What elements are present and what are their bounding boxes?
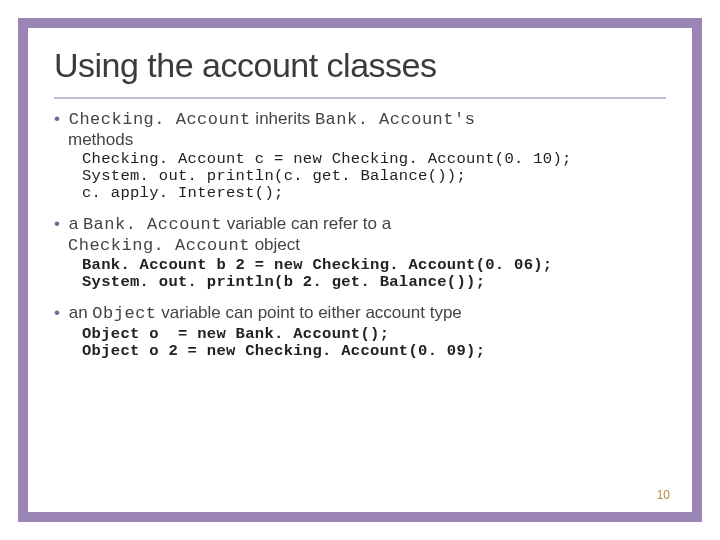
title-underline [54,97,666,99]
bullet-3: • an Object variable can point to either… [54,303,666,324]
code-block-2: Bank. Account b 2 = new Checking. Accoun… [82,257,666,291]
bullet-1: • Checking. Account inherits Bank. Accou… [54,109,666,149]
slide-title: Using the account classes [54,46,666,85]
page-number: 10 [657,488,670,502]
bullet-1-mono-a: Checking. Account [69,110,251,129]
code-block-3: Object o = new Bank. Account(); Object o… [82,326,666,360]
bullet-1-mono-b: Bank. Account's [315,110,476,129]
bullet-3-tail: variable can point to either account typ… [157,303,462,322]
bullet-1-text: inherits [251,109,315,128]
bullet-2-mono-a: Bank. Account [83,215,222,234]
bullet-dot: • [54,303,64,322]
bullet-2: • a Bank. Account variable can refer to … [54,214,666,255]
bullet-dot: • [54,109,64,128]
slide-frame: Using the account classes • Checking. Ac… [18,18,702,522]
bullet-2-pre: a [69,214,83,233]
bullet-2-mid: variable can refer to a [222,214,391,233]
bullet-2-mono-b: Checking. Account [68,236,250,255]
bullet-3-mono: Object [92,304,156,323]
bullet-2-tail: object [250,235,300,254]
bullet-3-pre: an [69,303,93,322]
code-block-1: Checking. Account c = new Checking. Acco… [82,151,666,202]
bullet-1-tail: methods [68,130,133,149]
bullet-dot: • [54,214,64,233]
